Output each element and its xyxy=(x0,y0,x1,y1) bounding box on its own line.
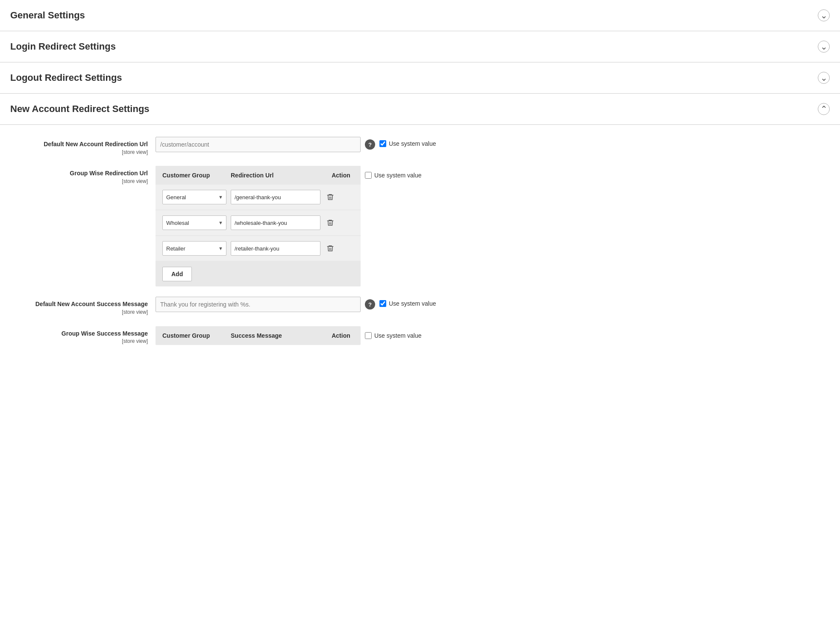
general-settings-section: General Settings ⌄ xyxy=(0,0,840,31)
group-url-table-header: Customer Group Redirection Url Action xyxy=(156,166,361,185)
group-message-table: Customer Group Success Message Action xyxy=(156,326,361,345)
table-row: General Wholesal Retailer NOT LOGGED IN … xyxy=(156,210,361,235)
new-account-redirect-chevron-up-icon: ⌃ xyxy=(818,103,830,115)
table-row: General Wholesal Retailer NOT LOGGED IN … xyxy=(156,185,361,209)
col-url-header: Redirection Url xyxy=(231,172,328,179)
group-select-3[interactable]: General Wholesal Retailer NOT LOGGED IN xyxy=(162,241,226,256)
add-row: Add xyxy=(156,262,361,286)
default-url-field-content: ? Use system value xyxy=(156,137,830,152)
new-account-redirect-settings-header[interactable]: New Account Redirect Settings ⌃ xyxy=(0,94,840,125)
default-message-input[interactable] xyxy=(156,297,361,312)
default-message-use-system-checkbox[interactable] xyxy=(379,300,386,307)
default-message-label: Default New Account Success Message [sto… xyxy=(10,297,156,316)
new-account-redirect-settings-body: Default New Account Redirection Url [sto… xyxy=(0,125,840,364)
group-url-row: Group Wise Redirection Url [store view] … xyxy=(0,166,840,286)
url-input-1[interactable] xyxy=(231,190,320,204)
login-redirect-settings-header[interactable]: Login Redirect Settings ⌄ xyxy=(0,31,840,62)
group-message-label: Group Wise Success Message [store view] xyxy=(10,326,156,345)
group-message-table-header: Customer Group Success Message Action xyxy=(156,326,361,345)
add-button[interactable]: Add xyxy=(162,267,192,281)
group-url-use-system-checkbox[interactable] xyxy=(365,172,372,179)
delete-button-1[interactable] xyxy=(325,192,336,203)
login-redirect-chevron-down-icon: ⌄ xyxy=(818,41,830,53)
default-url-use-system-value: Use system value xyxy=(379,140,436,147)
group-url-label: Group Wise Redirection Url [store view] xyxy=(10,166,156,185)
logout-redirect-chevron-down-icon: ⌄ xyxy=(818,72,830,84)
group-select-2[interactable]: General Wholesal Retailer NOT LOGGED IN xyxy=(162,215,226,230)
col-action-message-header: Action xyxy=(328,332,354,339)
trash-icon-1 xyxy=(326,193,334,201)
group-url-table: Customer Group Redirection Url Action Ge… xyxy=(156,166,361,286)
group-url-field-content: Customer Group Redirection Url Action Ge… xyxy=(156,166,830,286)
group-message-use-system-checkbox[interactable] xyxy=(365,332,372,339)
col-message-header: Success Message xyxy=(231,332,328,339)
new-account-redirect-settings-section: New Account Redirect Settings ⌃ Default … xyxy=(0,94,840,364)
default-message-row: Default New Account Success Message [sto… xyxy=(0,297,840,316)
new-account-redirect-settings-title: New Account Redirect Settings xyxy=(10,103,150,115)
login-redirect-settings-section: Login Redirect Settings ⌄ xyxy=(0,31,840,62)
table-row: General Wholesal Retailer NOT LOGGED IN … xyxy=(156,236,361,261)
default-message-use-system-value: Use system value xyxy=(379,300,436,307)
default-url-label: Default New Account Redirection Url [sto… xyxy=(10,137,156,156)
default-url-use-system-label: Use system value xyxy=(389,140,436,147)
logout-redirect-settings-section: Logout Redirect Settings ⌄ xyxy=(0,62,840,94)
group-message-use-system-label: Use system value xyxy=(374,332,421,339)
group-select-wrap-1: General Wholesal Retailer NOT LOGGED IN … xyxy=(162,190,226,204)
default-url-row: Default New Account Redirection Url [sto… xyxy=(0,137,840,156)
logout-redirect-settings-header[interactable]: Logout Redirect Settings ⌄ xyxy=(0,62,840,94)
group-url-use-system-label: Use system value xyxy=(374,172,421,179)
group-message-field-content: Customer Group Success Message Action Us… xyxy=(156,326,830,345)
default-message-use-system-label: Use system value xyxy=(389,300,436,307)
general-settings-header[interactable]: General Settings ⌄ xyxy=(0,0,840,31)
general-settings-chevron-down-icon: ⌄ xyxy=(818,9,830,21)
group-select-1[interactable]: General Wholesal Retailer NOT LOGGED IN xyxy=(162,190,226,204)
url-input-2[interactable] xyxy=(231,215,320,230)
group-select-wrap-3: General Wholesal Retailer NOT LOGGED IN … xyxy=(162,241,226,256)
delete-button-3[interactable] xyxy=(325,243,336,254)
col-action-header: Action xyxy=(328,172,354,179)
trash-icon-3 xyxy=(326,245,334,252)
delete-button-2[interactable] xyxy=(325,217,336,228)
col-group-header: Customer Group xyxy=(162,172,231,179)
default-url-use-system-checkbox[interactable] xyxy=(379,140,386,147)
default-message-field-content: ? Use system value xyxy=(156,297,830,312)
login-redirect-settings-title: Login Redirect Settings xyxy=(10,41,116,52)
group-select-wrap-2: General Wholesal Retailer NOT LOGGED IN … xyxy=(162,215,226,230)
group-message-row: Group Wise Success Message [store view] … xyxy=(0,326,840,345)
default-message-help-icon: ? xyxy=(365,299,375,310)
col-group-message-header: Customer Group xyxy=(162,332,231,339)
trash-icon-2 xyxy=(326,219,334,227)
default-url-input[interactable] xyxy=(156,137,361,152)
logout-redirect-settings-title: Logout Redirect Settings xyxy=(10,72,122,83)
group-message-use-system-value: Use system value xyxy=(365,326,421,339)
group-url-use-system-value: Use system value xyxy=(365,166,421,179)
default-url-help-icon: ? xyxy=(365,139,375,150)
url-input-3[interactable] xyxy=(231,241,320,256)
general-settings-title: General Settings xyxy=(10,10,85,21)
